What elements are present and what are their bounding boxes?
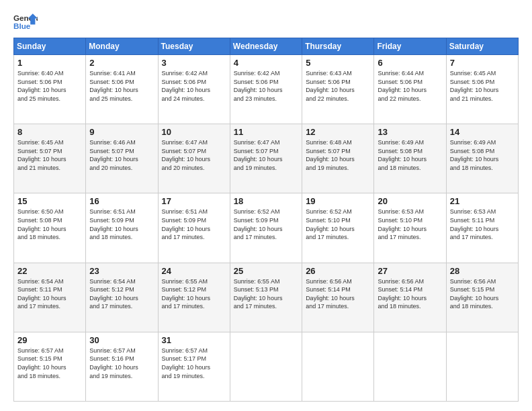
col-wednesday: Wednesday <box>230 38 302 55</box>
day-info: Sunrise: 6:49 AMSunset: 5:08 PMDaylight:… <box>378 139 427 171</box>
day-number: 9 <box>89 127 154 137</box>
table-row: 18Sunrise: 6:52 AMSunset: 5:09 PMDayligh… <box>230 193 302 263</box>
day-number: 16 <box>89 196 154 206</box>
day-info: Sunrise: 6:56 AMSunset: 5:14 PMDaylight:… <box>306 278 355 310</box>
table-row: 26Sunrise: 6:56 AMSunset: 5:14 PMDayligh… <box>302 263 374 332</box>
day-info: Sunrise: 6:51 AMSunset: 5:09 PMDaylight:… <box>89 208 138 240</box>
col-sunday: Sunday <box>14 38 86 55</box>
table-row: 12Sunrise: 6:48 AMSunset: 5:07 PMDayligh… <box>302 124 374 193</box>
table-row <box>230 332 302 401</box>
col-saturday: Saturday <box>446 38 518 55</box>
col-monday: Monday <box>86 38 158 55</box>
day-number: 10 <box>162 127 226 137</box>
logo-icon: General Blue <box>13 12 38 31</box>
day-number: 21 <box>450 196 515 206</box>
day-number: 3 <box>162 58 226 68</box>
day-number: 24 <box>162 266 226 276</box>
day-number: 2 <box>89 58 154 68</box>
table-row: 21Sunrise: 6:53 AMSunset: 5:11 PMDayligh… <box>446 193 518 263</box>
calendar-week-row: 29Sunrise: 6:57 AMSunset: 5:15 PMDayligh… <box>14 332 519 401</box>
col-thursday: Thursday <box>302 38 374 55</box>
table-row: 15Sunrise: 6:50 AMSunset: 5:08 PMDayligh… <box>14 193 86 263</box>
table-row: 7Sunrise: 6:45 AMSunset: 5:06 PMDaylight… <box>446 55 518 124</box>
day-info: Sunrise: 6:52 AMSunset: 5:10 PMDaylight:… <box>306 208 355 240</box>
day-number: 7 <box>450 58 515 68</box>
day-number: 5 <box>306 58 370 68</box>
day-number: 31 <box>162 335 226 345</box>
table-row: 2Sunrise: 6:41 AMSunset: 5:06 PMDaylight… <box>86 55 158 124</box>
day-info: Sunrise: 6:50 AMSunset: 5:08 PMDaylight:… <box>17 208 66 240</box>
day-number: 8 <box>17 127 82 137</box>
day-info: Sunrise: 6:53 AMSunset: 5:11 PMDaylight:… <box>450 208 499 240</box>
day-number: 28 <box>450 266 515 276</box>
table-row: 3Sunrise: 6:42 AMSunset: 5:06 PMDaylight… <box>158 55 230 124</box>
day-info: Sunrise: 6:56 AMSunset: 5:15 PMDaylight:… <box>450 278 499 310</box>
table-row: 19Sunrise: 6:52 AMSunset: 5:10 PMDayligh… <box>302 193 374 263</box>
day-info: Sunrise: 6:45 AMSunset: 5:06 PMDaylight:… <box>450 70 499 102</box>
day-info: Sunrise: 6:43 AMSunset: 5:06 PMDaylight:… <box>306 70 355 102</box>
table-row: 16Sunrise: 6:51 AMSunset: 5:09 PMDayligh… <box>86 193 158 263</box>
calendar-week-row: 22Sunrise: 6:54 AMSunset: 5:11 PMDayligh… <box>14 263 519 332</box>
day-number: 27 <box>378 266 442 276</box>
svg-text:Blue: Blue <box>13 21 31 30</box>
table-row: 27Sunrise: 6:56 AMSunset: 5:14 PMDayligh… <box>374 263 446 332</box>
table-row: 4Sunrise: 6:42 AMSunset: 5:06 PMDaylight… <box>230 55 302 124</box>
logo: General Blue <box>13 12 38 31</box>
day-info: Sunrise: 6:47 AMSunset: 5:07 PMDaylight:… <box>162 139 211 171</box>
day-info: Sunrise: 6:51 AMSunset: 5:09 PMDaylight:… <box>162 208 211 240</box>
table-row: 13Sunrise: 6:49 AMSunset: 5:08 PMDayligh… <box>374 124 446 193</box>
header: General Blue <box>13 12 519 31</box>
day-number: 6 <box>378 58 442 68</box>
day-info: Sunrise: 6:47 AMSunset: 5:07 PMDaylight:… <box>234 139 283 171</box>
day-info: Sunrise: 6:40 AMSunset: 5:06 PMDaylight:… <box>17 70 66 102</box>
day-number: 17 <box>162 196 226 206</box>
day-number: 25 <box>234 266 298 276</box>
day-number: 29 <box>17 335 82 345</box>
col-friday: Friday <box>374 38 446 55</box>
day-info: Sunrise: 6:48 AMSunset: 5:07 PMDaylight:… <box>306 139 355 171</box>
day-info: Sunrise: 6:42 AMSunset: 5:06 PMDaylight:… <box>234 70 283 102</box>
col-tuesday: Tuesday <box>158 38 230 55</box>
day-info: Sunrise: 6:57 AMSunset: 5:17 PMDaylight:… <box>162 347 211 379</box>
day-info: Sunrise: 6:54 AMSunset: 5:11 PMDaylight:… <box>17 278 66 310</box>
page: General Blue Sunday Monday Tuesday Wedne… <box>0 0 532 411</box>
day-number: 11 <box>234 127 298 137</box>
table-row: 30Sunrise: 6:57 AMSunset: 5:16 PMDayligh… <box>86 332 158 401</box>
day-number: 12 <box>306 127 370 137</box>
day-info: Sunrise: 6:41 AMSunset: 5:06 PMDaylight:… <box>89 70 138 102</box>
day-info: Sunrise: 6:55 AMSunset: 5:12 PMDaylight:… <box>162 278 211 310</box>
table-row: 25Sunrise: 6:55 AMSunset: 5:13 PMDayligh… <box>230 263 302 332</box>
table-row: 9Sunrise: 6:46 AMSunset: 5:07 PMDaylight… <box>86 124 158 193</box>
day-number: 26 <box>306 266 370 276</box>
day-info: Sunrise: 6:53 AMSunset: 5:10 PMDaylight:… <box>378 208 427 240</box>
calendar-week-row: 1Sunrise: 6:40 AMSunset: 5:06 PMDaylight… <box>14 55 519 124</box>
table-row: 24Sunrise: 6:55 AMSunset: 5:12 PMDayligh… <box>158 263 230 332</box>
table-row: 23Sunrise: 6:54 AMSunset: 5:12 PMDayligh… <box>86 263 158 332</box>
table-row: 6Sunrise: 6:44 AMSunset: 5:06 PMDaylight… <box>374 55 446 124</box>
day-number: 14 <box>450 127 515 137</box>
day-number: 15 <box>17 196 82 206</box>
day-number: 13 <box>378 127 442 137</box>
day-info: Sunrise: 6:45 AMSunset: 5:07 PMDaylight:… <box>17 139 66 171</box>
table-row: 8Sunrise: 6:45 AMSunset: 5:07 PMDaylight… <box>14 124 86 193</box>
table-row: 17Sunrise: 6:51 AMSunset: 5:09 PMDayligh… <box>158 193 230 263</box>
table-row: 22Sunrise: 6:54 AMSunset: 5:11 PMDayligh… <box>14 263 86 332</box>
table-row: 11Sunrise: 6:47 AMSunset: 5:07 PMDayligh… <box>230 124 302 193</box>
day-number: 4 <box>234 58 298 68</box>
day-info: Sunrise: 6:55 AMSunset: 5:13 PMDaylight:… <box>234 278 283 310</box>
day-info: Sunrise: 6:46 AMSunset: 5:07 PMDaylight:… <box>89 139 138 171</box>
table-row: 1Sunrise: 6:40 AMSunset: 5:06 PMDaylight… <box>14 55 86 124</box>
day-number: 20 <box>378 196 442 206</box>
table-row <box>446 332 518 401</box>
day-info: Sunrise: 6:57 AMSunset: 5:16 PMDaylight:… <box>89 347 138 379</box>
day-number: 22 <box>17 266 82 276</box>
calendar-week-row: 15Sunrise: 6:50 AMSunset: 5:08 PMDayligh… <box>14 193 519 263</box>
day-info: Sunrise: 6:49 AMSunset: 5:08 PMDaylight:… <box>450 139 499 171</box>
calendar-header-row: Sunday Monday Tuesday Wednesday Thursday… <box>14 38 519 55</box>
table-row: 10Sunrise: 6:47 AMSunset: 5:07 PMDayligh… <box>158 124 230 193</box>
calendar-table: Sunday Monday Tuesday Wednesday Thursday… <box>13 38 519 402</box>
day-info: Sunrise: 6:57 AMSunset: 5:15 PMDaylight:… <box>17 347 66 379</box>
day-info: Sunrise: 6:54 AMSunset: 5:12 PMDaylight:… <box>89 278 138 310</box>
table-row: 28Sunrise: 6:56 AMSunset: 5:15 PMDayligh… <box>446 263 518 332</box>
day-number: 18 <box>234 196 298 206</box>
